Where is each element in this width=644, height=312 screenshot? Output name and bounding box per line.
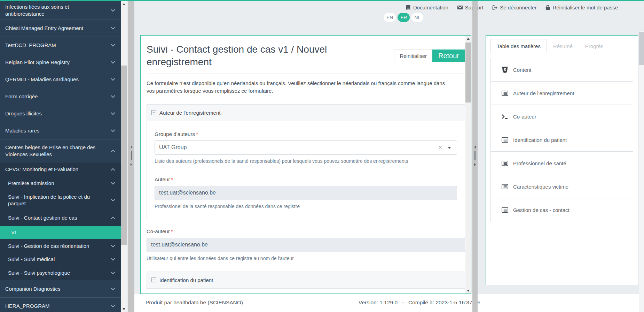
footer-version: Version: 1.129.0 - Compilé à: 2023-1-5 1… bbox=[359, 299, 480, 306]
lang-en-button[interactable]: EN bbox=[384, 13, 396, 22]
chevron-down-icon[interactable] bbox=[448, 147, 451, 149]
lang-fr-button[interactable]: FR bbox=[398, 13, 410, 22]
toc-item-identification[interactable]: Identification du patient bbox=[491, 128, 633, 152]
sidebar-scrollbar-thumb[interactable] bbox=[121, 66, 127, 245]
sidebar-submenu: CPVS: Monitoring et Evaluation Première … bbox=[0, 162, 121, 280]
form-panel-scrollbar[interactable] bbox=[465, 36, 471, 294]
section-author-header[interactable]: Auteur de l'enregistrement bbox=[147, 105, 465, 121]
field-author-group: Groupe d’auteurs* UAT Group × Liste des … bbox=[155, 131, 457, 164]
field-coauthor: Co-auteur* test.uat@sciensano.be Utilisa… bbox=[147, 228, 465, 261]
sidebar-item-companion-diagnostics[interactable]: Companion Diagnostics bbox=[0, 280, 121, 297]
field-help: Professionel de la santé responsable des… bbox=[155, 204, 457, 209]
field-label: Groupe d’auteurs* bbox=[155, 131, 457, 137]
list-icon bbox=[501, 137, 508, 143]
page-scrollbar-thumb[interactable] bbox=[639, 32, 644, 65]
clear-selection-icon[interactable]: × bbox=[439, 144, 442, 151]
documentation-link[interactable]: Documentation bbox=[406, 5, 448, 10]
sidebar-item-qermid[interactable]: QERMID - Maladies cardiaques bbox=[0, 71, 121, 88]
collapse-right-icon[interactable] bbox=[474, 163, 476, 166]
sidebar-item-suivi-medical[interactable]: Suivi - Suivi médical bbox=[0, 253, 121, 266]
toc-list: 5 Content Auteur de l'enregistrement Co-… bbox=[490, 58, 633, 222]
section-patient: Identification du patient bbox=[147, 272, 465, 294]
toc-item-coauteur[interactable]: Co-auteur bbox=[491, 105, 633, 128]
collapse-left-icon[interactable] bbox=[131, 146, 132, 149]
sidebar-item-suivi-contact-gestion[interactable]: Suivi - Contact gestion de cas bbox=[0, 210, 121, 226]
toc-item-gestion-contact[interactable]: Gestion de cas - contact bbox=[491, 198, 633, 222]
lang-nl-button[interactable]: NL bbox=[411, 13, 423, 22]
sidebar-item-drogues[interactable]: Drogues illicites bbox=[0, 105, 121, 122]
scroll-down-button[interactable] bbox=[121, 306, 127, 312]
logout-link[interactable]: Se déconnecter bbox=[492, 5, 536, 10]
book-icon bbox=[406, 5, 411, 10]
toc-splitter[interactable] bbox=[472, 0, 478, 312]
reset-password-link[interactable]: Réinitialiser le mot de passe bbox=[545, 5, 618, 10]
sidebar-item-testdcd[interactable]: TestDCD_PROGRAM bbox=[0, 37, 121, 54]
section-patient-header[interactable]: Identification du patient bbox=[147, 272, 465, 289]
sidebar-item-infections[interactable]: Infections liées aux soins et antibiorés… bbox=[0, 1, 121, 20]
sidebar-item-chiesi[interactable]: Chiesi Managed Entry Agreement bbox=[0, 20, 121, 37]
back-button[interactable]: Retour bbox=[432, 50, 465, 62]
tab-table-des-matieres[interactable]: Table des matières bbox=[490, 39, 547, 53]
chevron-up-icon bbox=[111, 168, 115, 173]
splitter-grip[interactable] bbox=[474, 151, 476, 160]
chevron-down-icon bbox=[111, 286, 115, 290]
required-asterisk: * bbox=[196, 131, 198, 137]
field-label: Auteur* bbox=[155, 176, 457, 182]
toc-tabs: Table des matières Résumé Progrès bbox=[490, 39, 633, 53]
toc-item-professionnel[interactable]: Professionnel de santé bbox=[491, 152, 633, 175]
chevron-down-icon bbox=[111, 270, 115, 274]
page-scrollbar[interactable] bbox=[639, 31, 644, 312]
collapse-left-icon[interactable] bbox=[474, 146, 476, 149]
svg-text:5: 5 bbox=[504, 68, 506, 71]
sidebar-splitter[interactable] bbox=[128, 0, 134, 312]
splitter-grip[interactable] bbox=[131, 151, 132, 160]
footer-produced-by: Produit par healthdata.be (SCIENSANO) bbox=[146, 299, 243, 306]
sidebar-scrollbar[interactable] bbox=[121, 1, 127, 312]
author-group-select[interactable]: UAT Group × bbox=[155, 140, 457, 155]
envelope-icon bbox=[457, 6, 463, 9]
form-scrollbar-thumb[interactable] bbox=[465, 43, 471, 102]
support-link[interactable]: Support bbox=[457, 5, 484, 10]
toc-item-auteur[interactable]: Auteur de l'enregistrement bbox=[491, 82, 633, 105]
sidebar-item-form-corrigee[interactable]: Form corrigée bbox=[0, 88, 121, 105]
chevron-down-icon bbox=[111, 25, 115, 30]
sidebar-item-cpvs-monitoring[interactable]: CPVS: Monitoring et Evaluation bbox=[0, 162, 121, 176]
chevron-down-icon bbox=[111, 303, 115, 307]
chevron-down-icon bbox=[111, 93, 115, 98]
scroll-up-button[interactable] bbox=[465, 36, 471, 41]
chevron-down-icon bbox=[111, 128, 115, 132]
sidebar-item-maladies-rares[interactable]: Maladies rares bbox=[0, 122, 121, 139]
sidebar-item-spine-registry[interactable]: Belgian Pilot Spine Registry bbox=[0, 54, 121, 71]
sidebar-item-premiere-admission[interactable]: Première admission bbox=[0, 176, 121, 190]
list-icon bbox=[501, 161, 508, 166]
chevron-down-icon bbox=[111, 76, 115, 81]
sidebar-item-suivi-reorientation[interactable]: Suivi - Gestion de cas réorientation bbox=[0, 239, 121, 253]
reset-button[interactable]: Reinitialiser bbox=[394, 50, 432, 62]
form-header-buttons: Reinitialiser Retour bbox=[394, 50, 465, 62]
collapse-section-icon bbox=[151, 277, 156, 282]
form-panel: Suivi - Contact gestion de cas v1 / Nouv… bbox=[140, 35, 471, 294]
section-author-body: Groupe d’auteurs* UAT Group × Liste des … bbox=[147, 121, 465, 219]
lock-icon bbox=[545, 5, 550, 10]
scroll-down-button[interactable] bbox=[465, 288, 471, 294]
sidebar-item-suivi-psychologique[interactable]: Suivi - Suivi psychologique bbox=[0, 266, 121, 280]
list-icon bbox=[501, 207, 508, 213]
sidebar-item-hera-program[interactable]: HERA_PROGRAM bbox=[0, 297, 121, 312]
tab-progres[interactable]: Progrès bbox=[579, 39, 610, 53]
language-notice: Ce formulaire n’est disponible qu’en née… bbox=[147, 79, 453, 95]
section-author: Auteur de l'enregistrement Groupe d’aute… bbox=[147, 104, 465, 219]
field-help: Liste des auteurs (professionels de la s… bbox=[155, 158, 457, 164]
chevron-up-icon bbox=[111, 216, 115, 221]
sidebar-item-centres-belges[interactable]: Centres belges de Prise en charge des Vi… bbox=[0, 139, 121, 162]
form-header: Suivi - Contact gestion de cas v1 / Nouv… bbox=[147, 36, 465, 74]
collapse-right-icon[interactable] bbox=[131, 163, 132, 166]
sidebar-item-suivi-implication[interactable]: Suivi - Implication de la police et du p… bbox=[0, 190, 121, 210]
tab-resume[interactable]: Résumé bbox=[547, 39, 579, 53]
footer: Produit par healthdata.be (SCIENSANO) Ve… bbox=[134, 294, 644, 312]
toc-panel: Table des matières Résumé Progrès 5 Cont… bbox=[486, 35, 638, 285]
toc-item-content[interactable]: 5 Content bbox=[491, 58, 633, 82]
sidebar-item-v1[interactable]: v1 bbox=[0, 226, 121, 239]
scroll-up-button[interactable] bbox=[121, 1, 127, 7]
chevron-up-icon bbox=[111, 150, 115, 154]
toc-item-caracteristiques[interactable]: Caractéristiques victime bbox=[491, 175, 633, 198]
